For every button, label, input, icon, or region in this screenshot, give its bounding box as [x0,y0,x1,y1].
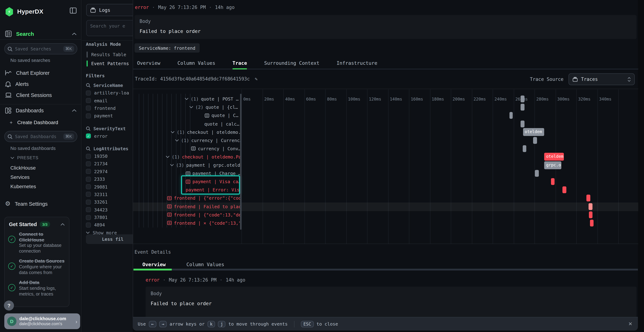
filter-option-21734[interactable]: 21734 [86,160,133,168]
checkbox[interactable] [86,98,91,103]
span-row[interactable]: quote | C… [133,112,241,120]
sidebar-item-dashboards[interactable]: Dashboards [0,105,82,116]
tab-trace[interactable]: Trace [232,57,247,69]
span-bar[interactable] [589,211,592,218]
chevron-up-icon[interactable] [72,32,76,35]
span-bar[interactable] [551,178,555,185]
checkbox[interactable] [86,200,91,205]
checkbox[interactable] [86,176,91,182]
tab-column-values[interactable]: Column Values [178,57,215,69]
span-bar[interactable] [533,137,537,144]
filter-option-22974[interactable]: 22974 [86,168,133,175]
span-bar[interactable]: oteldem [523,128,544,136]
span-bar[interactable] [590,220,594,226]
span-row[interactable]: (1)checkout | oteldemo.… [133,128,241,136]
help-button[interactable]: ? [4,300,14,310]
filter-option-artillery-loa[interactable]: artillery-loa [86,89,133,97]
span-bar[interactable] [520,104,524,111]
chevron-down-icon[interactable] [184,98,188,100]
key-j[interactable]: j [218,321,226,327]
sidebar-item-client-sessions[interactable]: Client Sessions [0,90,82,100]
sidebar-item-chart-explorer[interactable]: Chart Explorer [0,67,82,78]
analysis-mode-event-patterns[interactable]: Event Patterns [86,59,132,68]
chevron-down-icon[interactable] [171,131,174,133]
event-details-tab-overview[interactable]: Overview [142,260,166,269]
checkbox[interactable] [86,106,91,111]
span-bar[interactable]: oteldem [544,153,564,161]
filter-option-29081[interactable]: 29081 [86,183,133,191]
search-query-input[interactable]: Search your e [86,20,140,36]
sidebar-item-alerts[interactable]: Alerts [0,78,82,90]
filter-option-33261[interactable]: 33261 [86,198,133,206]
span-row[interactable]: quote | calc… [133,120,241,128]
analysis-mode-results-table[interactable]: Results Table [86,50,132,59]
span-row[interactable]: payment | Visa ca… [133,178,241,186]
key-esc[interactable]: ESC [301,321,314,327]
get-started-item[interactable]: ✓Connect to ClickHouseSet up your databa… [5,228,69,256]
key-k[interactable]: k [208,321,215,327]
checkbox[interactable] [86,169,91,174]
key-arrow-left[interactable]: ← [149,321,156,327]
checkbox[interactable] [86,90,91,95]
span-bar[interactable] [520,96,524,102]
filter-option-32311[interactable]: 32311 [86,191,133,198]
event-details-tab-column-values[interactable]: Column Values [186,260,224,269]
filter-group-header-SeverityText[interactable]: SeverityText [86,125,133,132]
span-row[interactable]: frontend | × {"code":13,"d… [133,219,241,227]
filter-option-email[interactable]: email [86,97,133,104]
span-bar[interactable] [586,195,590,202]
user-menu[interactable]: D dale@clickhouse.com dale@clickhouse.co… [4,314,80,329]
span-row[interactable]: (3)payment | grpc.oteld… [133,161,241,169]
checkbox[interactable] [86,184,91,189]
filter-option-error[interactable]: ✓error [86,132,133,140]
checkbox[interactable] [86,215,91,220]
checkbox[interactable] [86,114,91,118]
filter-option-4894[interactable]: 4894 [86,221,133,229]
less-filters-button[interactable]: Less fil [86,234,140,244]
chevron-down-icon[interactable] [175,139,179,142]
checkbox[interactable] [86,192,91,197]
span-bar[interactable] [535,170,539,177]
sidebar-item-search[interactable]: Search [0,28,82,40]
span-row[interactable]: currency | Conv… [133,144,241,153]
tab-infrastructure[interactable]: Infrastructure [337,57,378,69]
sidebar-collapse-icon[interactable] [70,8,76,14]
checkbox[interactable] [86,207,91,212]
key-arrow-right[interactable]: → [159,321,167,327]
saved-searches-input[interactable]: Saved Searches ⌘K [4,43,77,54]
get-started-item[interactable]: ✓Create Data SourcesConfigure where your… [5,256,69,277]
span-row[interactable]: (1)currency | Currenc… [133,136,241,144]
chevron-up-icon[interactable] [60,223,65,226]
filter-option-19350[interactable]: 19350 [86,152,133,160]
filter-option-frontend[interactable]: frontend [86,104,133,112]
preset-services[interactable]: Services [10,172,78,182]
filter-option-34423[interactable]: 34423 [86,206,133,214]
filter-option-37801[interactable]: 37801 [86,214,133,221]
chevron-down-icon[interactable] [170,164,174,166]
span-bar[interactable] [510,112,513,119]
get-started-item[interactable]: ✓Add DataStart sending logs, metrics, or… [5,277,69,298]
source-select[interactable]: Logs [86,4,140,16]
presets-toggle[interactable]: PRESETS [10,155,38,160]
span-bar[interactable] [522,145,526,152]
logo[interactable]: ⚡ HyperDX [5,6,76,17]
edit-pencil-icon[interactable]: ✎ [255,76,258,82]
tree-scrollbar[interactable] [240,94,242,230]
span-row[interactable]: (1)quote | POST … [133,95,241,103]
span-row[interactable]: (2)quote | {cl… [133,103,241,112]
filter-group-header-ServiceName[interactable]: ServiceName [86,82,133,89]
span-row[interactable]: frontend | {"code":13,"det… [133,210,241,219]
checkbox[interactable] [86,222,91,228]
filter-option-2333[interactable]: 2333 [86,175,133,183]
chevron-down-icon[interactable] [189,106,193,108]
checkbox[interactable] [86,154,91,159]
span-row[interactable]: payment | Charge … [133,169,241,178]
span-bar[interactable] [562,186,566,193]
preset-clickhouse[interactable]: ClickHouse [10,163,78,172]
span-row[interactable]: payment | Error: Visa… [133,186,241,194]
tab-overview[interactable]: Overview [137,57,160,69]
get-started-header[interactable]: Get Started 3/3 [5,217,69,228]
checkbox[interactable] [86,161,91,166]
preset-kubernetes[interactable]: Kubernetes [10,182,78,191]
span-row[interactable]: frontend | {"error":{"code… [133,194,241,202]
